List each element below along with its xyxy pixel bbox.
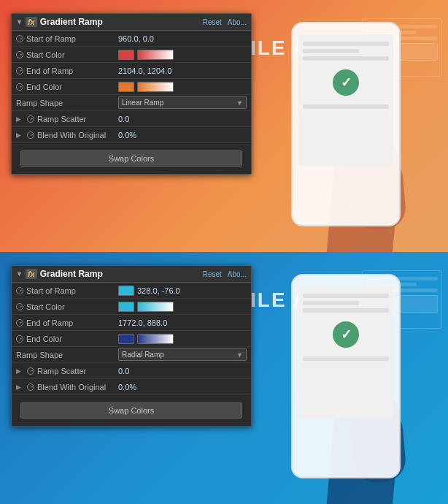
dropdown-value-top: Linear Ramp xyxy=(122,99,163,107)
stopwatch-icon-b4 xyxy=(16,335,23,343)
label-end-color-top: End Color xyxy=(26,83,62,91)
label-start-color-top: Start Color xyxy=(26,50,65,59)
effect-panel-bottom: ▼ fx Gradient Ramp Reset Abo... Start of… xyxy=(11,265,252,427)
collapse-arrow-bottom[interactable]: ▼ xyxy=(16,270,23,278)
ramp-end-color-bottom[interactable] xyxy=(137,334,174,344)
label-blend-bottom: Blend With Original xyxy=(37,383,106,392)
value-blend-top[interactable]: 0.0% xyxy=(118,131,136,140)
stopwatch-icon-2 xyxy=(16,51,23,58)
stopwatch-icon-b6 xyxy=(27,383,34,391)
value-ramp-scatter-bottom[interactable]: 0.0 xyxy=(118,367,129,375)
value-blend-bottom[interactable]: 0.0% xyxy=(118,383,136,392)
panel-title-bottom: Gradient Ramp xyxy=(40,269,200,279)
dropdown-arrow-bottom: ▼ xyxy=(236,351,243,359)
row-end-color-top: End Color xyxy=(12,79,251,95)
dropdown-arrow-top: ▼ xyxy=(236,99,243,107)
row-start-of-ramp-top: Start of Ramp 960.0, 0.0 xyxy=(12,31,251,47)
effect-panel-top: ▼ fx Gradient Ramp Reset Abo... Start of… xyxy=(11,13,252,175)
row-end-of-ramp-top: End of Ramp 2104.0, 1204.0 xyxy=(12,63,251,79)
expand-blend-bottom[interactable]: ▶ xyxy=(16,383,21,391)
row-ramp-shape-bottom: Ramp Shape Radial Ramp ▼ xyxy=(12,347,251,363)
row-end-color-bottom: End Color xyxy=(12,331,251,347)
top-panel: BILE APP? ✓ ▼ fx Gradient Ramp Reset Abo… xyxy=(0,0,448,252)
row-ramp-scatter-top: ▶ Ramp Scatter 0.0 xyxy=(12,111,251,127)
swatch-start-coord-bottom xyxy=(118,286,134,296)
row-start-of-ramp-bottom: Start of Ramp 328.0, -76.0 xyxy=(12,283,251,299)
label-blend-top: Blend With Original xyxy=(37,131,106,140)
stopwatch-icon-b3 xyxy=(16,319,23,327)
swap-row-bottom: Swap Colors xyxy=(12,395,251,426)
swatch-start-color-bottom[interactable] xyxy=(118,302,134,312)
swap-colors-button-top[interactable]: Swap Colors xyxy=(20,150,242,167)
value-end-of-ramp-bottom[interactable]: 1772.0, 888.0 xyxy=(118,318,167,327)
value-start-of-ramp-bottom[interactable]: 328.0, -76.0 xyxy=(137,286,180,295)
ramp-end-color-top[interactable] xyxy=(137,82,174,92)
phone-top: ✓ xyxy=(291,22,401,226)
reset-link-bottom[interactable]: Reset xyxy=(203,270,222,278)
swap-colors-button-bottom[interactable]: Swap Colors xyxy=(20,402,242,419)
panel-header-bottom: ▼ fx Gradient Ramp Reset Abo... xyxy=(12,266,251,283)
label-start-color-bottom: Start Color xyxy=(26,302,65,311)
bottom-panel: BILE APP? ✓ ▼ fx Gradient Ramp Reset Abo… xyxy=(0,252,448,504)
value-end-of-ramp-top[interactable]: 2104.0, 1204.0 xyxy=(118,66,171,75)
dropdown-value-bottom: Radial Ramp xyxy=(122,351,164,359)
phone-bottom: ✓ xyxy=(291,274,401,478)
swatch-end-color-bottom[interactable] xyxy=(118,334,134,344)
dropdown-ramp-shape-bottom[interactable]: Radial Ramp ▼ xyxy=(118,348,247,361)
value-start-of-ramp-top[interactable]: 960.0, 0.0 xyxy=(118,34,154,43)
label-ramp-shape-top: Ramp Shape xyxy=(16,99,63,107)
label-end-of-ramp-bottom: End of Ramp xyxy=(26,318,73,327)
expand-blend-top[interactable]: ▶ xyxy=(16,131,21,139)
stopwatch-icon-b5 xyxy=(27,367,34,375)
stopwatch-icon-b2 xyxy=(16,303,23,310)
fx-badge-top: fx xyxy=(26,17,37,27)
stopwatch-icon-b1 xyxy=(16,287,23,294)
row-ramp-shape-top: Ramp Shape Linear Ramp ▼ xyxy=(12,95,251,111)
row-ramp-scatter-bottom: ▶ Ramp Scatter 0.0 xyxy=(12,363,251,379)
about-link-bottom[interactable]: Abo... xyxy=(228,270,247,278)
ramp-start-color-top[interactable] xyxy=(137,50,174,60)
collapse-arrow-top[interactable]: ▼ xyxy=(16,18,23,26)
swatch-end-color-top[interactable] xyxy=(118,82,134,92)
label-ramp-scatter-top: Ramp Scatter xyxy=(37,115,86,123)
row-start-color-bottom: Start Color xyxy=(12,299,251,315)
expand-ramp-scatter-top[interactable]: ▶ xyxy=(16,115,21,123)
dropdown-ramp-shape-top[interactable]: Linear Ramp ▼ xyxy=(118,96,247,109)
label-end-color-bottom: End Color xyxy=(26,335,62,343)
stopwatch-icon-6 xyxy=(27,131,34,139)
about-link-top[interactable]: Abo... xyxy=(228,18,247,26)
swatch-start-color-top[interactable] xyxy=(118,50,134,60)
label-ramp-shape-bottom: Ramp Shape xyxy=(16,351,63,359)
ramp-start-color-bottom[interactable] xyxy=(137,302,174,312)
row-blend-bottom: ▶ Blend With Original 0.0% xyxy=(12,379,251,395)
stopwatch-icon-5 xyxy=(27,115,34,123)
label-end-of-ramp-top: End of Ramp xyxy=(26,66,73,75)
label-ramp-scatter-bottom: Ramp Scatter xyxy=(37,367,86,375)
row-blend-top: ▶ Blend With Original 0.0% xyxy=(12,127,251,143)
expand-ramp-scatter-bottom[interactable]: ▶ xyxy=(16,367,21,375)
label-start-of-ramp-top: Start of Ramp xyxy=(26,34,76,43)
value-ramp-scatter-top[interactable]: 0.0 xyxy=(118,115,129,123)
stopwatch-icon-3 xyxy=(16,67,23,75)
reset-link-top[interactable]: Reset xyxy=(203,18,222,26)
stopwatch-icon-4 xyxy=(16,83,23,91)
fx-badge-bottom: fx xyxy=(26,269,37,279)
panel-header-top: ▼ fx Gradient Ramp Reset Abo... xyxy=(12,14,251,31)
swap-row-top: Swap Colors xyxy=(12,143,251,174)
row-start-color-top: Start Color xyxy=(12,47,251,63)
row-end-of-ramp-bottom: End of Ramp 1772.0, 888.0 xyxy=(12,315,251,331)
panel-title-top: Gradient Ramp xyxy=(40,17,200,27)
label-start-of-ramp-bottom: Start of Ramp xyxy=(26,286,76,295)
stopwatch-icon-1 xyxy=(16,35,23,42)
